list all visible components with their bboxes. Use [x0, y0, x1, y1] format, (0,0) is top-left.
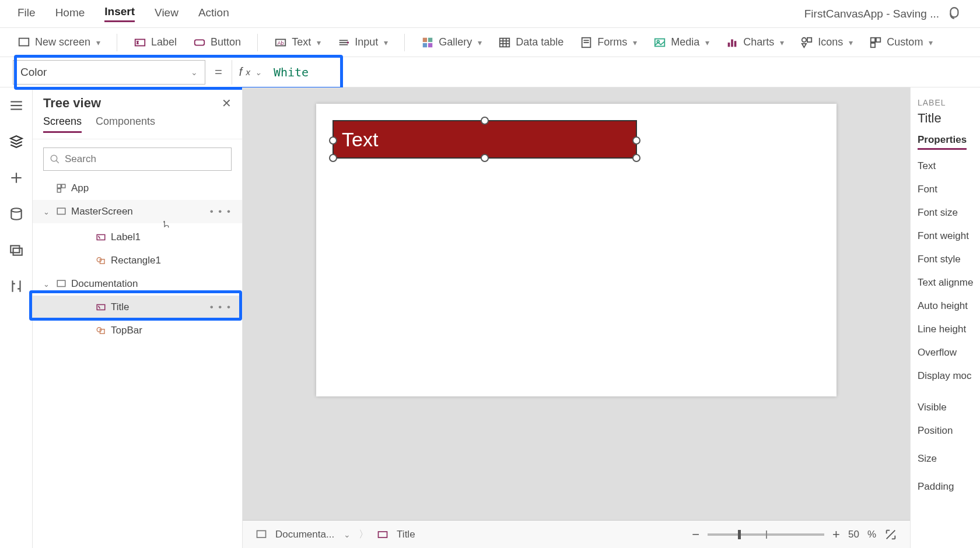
shape-icon: [96, 325, 106, 336]
media-rail-icon[interactable]: [9, 243, 24, 258]
screen-icon: [256, 529, 267, 540]
svg-rect-37: [10, 245, 19, 252]
svg-rect-44: [57, 208, 65, 215]
tree-node-masterscreen[interactable]: ⌄ MasterScreen • • •: [33, 200, 242, 223]
insert-icon[interactable]: [9, 170, 24, 185]
chevron-down-icon[interactable]: ⌄: [43, 280, 51, 289]
icons-btn-label: Icons: [818, 36, 843, 48]
zoom-out-button[interactable]: −: [692, 527, 699, 542]
search-field[interactable]: [65, 153, 225, 165]
svg-rect-55: [379, 532, 387, 538]
prop-row[interactable]: Font: [918, 184, 973, 195]
prop-row[interactable]: Size: [918, 453, 973, 465]
forms-button[interactable]: Forms▾: [580, 36, 637, 49]
shape-icon: [96, 255, 106, 266]
tree-node-title[interactable]: Title • • •: [33, 296, 242, 319]
prop-row[interactable]: Font size: [918, 207, 973, 219]
breadcrumb-screen[interactable]: Documenta...: [275, 529, 334, 540]
chevron-down-icon: ⌄: [255, 68, 262, 77]
canvas-label-title[interactable]: Text: [332, 120, 637, 159]
prop-row[interactable]: Text: [918, 160, 973, 172]
tree-node-topbar[interactable]: TopBar: [33, 319, 242, 342]
tab-screens[interactable]: Screens: [43, 115, 82, 133]
gallery-button[interactable]: Gallery▾: [421, 36, 482, 49]
canvas-screen[interactable]: Text: [316, 104, 836, 396]
charts-button[interactable]: Charts▾: [726, 36, 784, 49]
more-icon[interactable]: • • •: [210, 301, 232, 313]
tree-label: Rectangle1: [111, 255, 161, 266]
svg-rect-10: [428, 37, 432, 41]
prop-row[interactable]: Text alignme: [918, 277, 973, 289]
search-input[interactable]: [43, 147, 232, 171]
button-btn-label: Button: [211, 36, 241, 48]
zoom-value: 50: [848, 529, 859, 540]
prop-row[interactable]: Line height: [918, 324, 973, 335]
prop-row[interactable]: Visible: [918, 402, 973, 413]
zoom-slider[interactable]: [708, 533, 824, 536]
resize-handle[interactable]: [481, 154, 489, 162]
prop-row[interactable]: Display moc: [918, 370, 973, 382]
tree-node-label1[interactable]: Label1: [33, 226, 242, 249]
close-icon[interactable]: ✕: [222, 96, 232, 110]
help-icon[interactable]: [947, 6, 963, 22]
resize-handle[interactable]: [329, 154, 337, 162]
prop-row[interactable]: Font weight: [918, 230, 973, 242]
tree-node-documentation[interactable]: ⌄ Documentation: [33, 272, 242, 296]
zoom-in-button[interactable]: +: [832, 527, 840, 542]
label-icon: [96, 232, 106, 243]
tab-components[interactable]: Components: [96, 115, 155, 133]
data-table-label: Data table: [516, 36, 564, 48]
menu-action[interactable]: Action: [198, 6, 229, 22]
equals-sign: =: [215, 65, 222, 80]
hamburger-icon[interactable]: [9, 98, 24, 113]
resize-handle[interactable]: [632, 136, 640, 145]
prop-row[interactable]: Font style: [918, 254, 973, 265]
menu-insert[interactable]: Insert: [104, 5, 135, 22]
more-icon[interactable]: • • •: [210, 206, 232, 217]
prop-row[interactable]: Position: [918, 425, 973, 437]
media-button[interactable]: Media▾: [653, 36, 709, 49]
tree-label: Documentation: [71, 278, 138, 290]
prop-row[interactable]: Padding: [918, 481, 973, 493]
resize-handle[interactable]: [481, 117, 489, 125]
menu-file[interactable]: File: [18, 6, 36, 22]
property-selector-value: Color: [20, 66, 47, 79]
data-table-button[interactable]: Data table: [498, 36, 564, 49]
breadcrumb-control[interactable]: Title: [397, 529, 415, 540]
svg-rect-41: [57, 184, 61, 188]
tree-view-icon[interactable]: [9, 134, 24, 149]
property-type-label: LABEL: [918, 98, 973, 107]
input-button[interactable]: Input▾: [337, 36, 388, 49]
media-btn-label: Media: [671, 36, 699, 48]
prop-row[interactable]: Auto height: [918, 300, 973, 312]
chevron-down-icon[interactable]: ⌄: [43, 208, 51, 216]
prop-row[interactable]: Overflow: [918, 347, 973, 359]
tree-node-rectangle1[interactable]: Rectangle1: [33, 249, 242, 272]
properties-tab[interactable]: Properties: [918, 134, 967, 150]
tree-label: Title: [111, 301, 130, 313]
data-icon[interactable]: [9, 206, 24, 222]
chevron-down-icon[interactable]: ⌄: [344, 530, 351, 539]
svg-rect-28: [871, 37, 875, 41]
tree-node-app[interactable]: App: [33, 177, 242, 200]
text-button[interactable]: Ab Text▾: [274, 36, 321, 49]
button-insert-button[interactable]: Button: [193, 36, 241, 49]
new-screen-label: New screen: [35, 36, 90, 48]
chevron-down-icon: ▾: [478, 38, 482, 47]
chevron-down-icon: ▾: [705, 38, 709, 47]
fx-button[interactable]: fx⌄: [232, 60, 269, 85]
advanced-tools-icon[interactable]: [9, 279, 24, 294]
label-button[interactable]: Label: [134, 36, 177, 49]
custom-button[interactable]: Custom▾: [869, 36, 933, 49]
resize-handle[interactable]: [329, 136, 337, 145]
fit-to-window-icon[interactable]: [884, 528, 897, 541]
tree-view-panel: Tree view ✕ Screens Components App ⌄ Mas…: [33, 87, 243, 548]
formula-input[interactable]: White: [269, 65, 309, 79]
new-screen-button[interactable]: New screen▾: [18, 36, 100, 49]
property-selector[interactable]: Color ⌄: [13, 60, 205, 85]
menu-view[interactable]: View: [155, 6, 178, 22]
icons-button[interactable]: Icons▾: [800, 36, 853, 49]
separator: [117, 34, 117, 51]
menu-home[interactable]: Home: [55, 6, 85, 22]
resize-handle[interactable]: [632, 154, 640, 162]
